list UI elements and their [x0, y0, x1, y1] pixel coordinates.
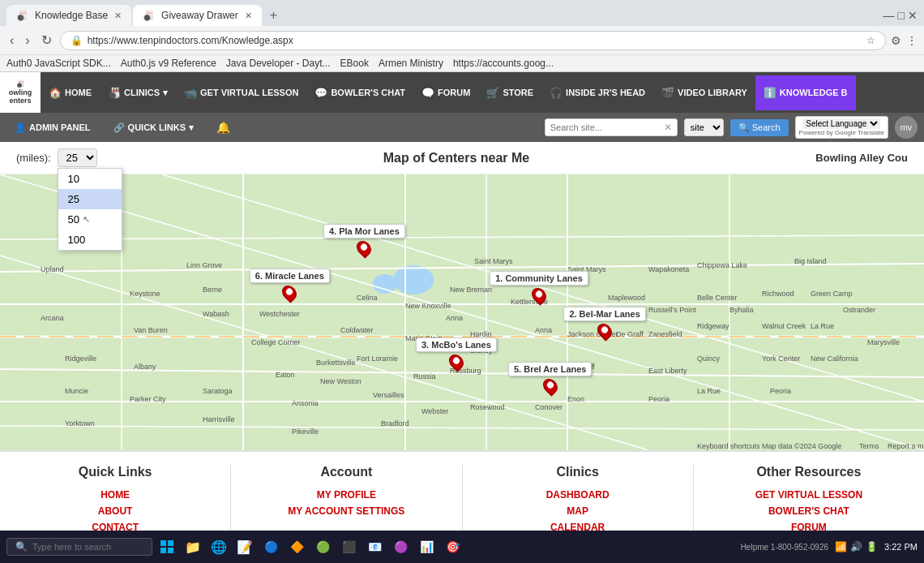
taskbar-app8-icon[interactable]: 🎯 [441, 535, 464, 558]
close-button[interactable]: ✕ [908, 9, 918, 22]
taskbar-app2-icon[interactable]: 🔶 [285, 535, 308, 558]
search-box[interactable]: ✕ [545, 118, 678, 136]
tab-close-kb[interactable]: ✕ [114, 11, 122, 21]
map-pin-6[interactable]: 6. Miracle Lanes [250, 269, 330, 301]
tab-close-ga[interactable]: ✕ [245, 11, 252, 21]
user-avatar[interactable]: mv [895, 116, 918, 139]
svg-text:Peoria: Peoria [648, 395, 669, 403]
star-icon[interactable]: ☆ [866, 35, 875, 46]
map-container[interactable]: Arcana Upland Ridgeville Muncie Yorktown… [0, 174, 924, 450]
tab-knowledge-base[interactable]: 🎳 Knowledge Base ✕ [6, 5, 131, 26]
nav-clinics[interactable]: 🎳 CLINICS ▾ [100, 75, 176, 110]
footer-bc-link[interactable]: BOWLER'S CHAT [710, 505, 908, 517]
svg-text:Ansonia: Ansonia [292, 399, 319, 407]
taskbar-search-icon: 🔍 [15, 541, 28, 552]
back-button[interactable]: ‹ [6, 30, 17, 51]
svg-text:Keystone: Keystone [130, 290, 160, 298]
taskbar-app6-icon[interactable]: 🟣 [389, 535, 412, 558]
reload-button[interactable]: ↻ [38, 29, 55, 51]
taskbar-app5-icon[interactable]: 📧 [363, 535, 386, 558]
taskbar-search[interactable]: 🔍 [6, 538, 152, 556]
miles-select[interactable]: 25 [58, 148, 97, 167]
nav-bowlers-chat[interactable]: 💬 BOWLER'S CHAT [306, 75, 413, 110]
footer-settings-link[interactable]: MY ACCOUNT SETTINGS [247, 505, 445, 517]
sub-nav-right: ✕ site web 🔍 Search Select Language Powe… [545, 116, 918, 139]
taskbar-app7-icon[interactable]: 📊 [415, 535, 438, 558]
svg-text:Russia: Russia [413, 372, 436, 380]
bookmark-1[interactable]: Auth0.js v9 Reference [121, 58, 216, 69]
address-bar[interactable]: 🔒 https://www.tenpindoctors.com/Knowledg… [60, 31, 886, 50]
bookmark-5[interactable]: https://accounts.goog... [453, 58, 554, 69]
bookmark-0[interactable]: Auth0 JavaScript SDK... [6, 58, 111, 69]
tab-label: Knowledge Base [35, 10, 108, 21]
nav-jr-head[interactable]: 🎧 INSIDE JR'S HEAD [541, 75, 653, 110]
admin-panel-link[interactable]: 👤 ADMIN PANEL [6, 118, 99, 138]
site-select[interactable]: site web [684, 118, 724, 136]
nav-store[interactable]: 🛒 STORE [478, 75, 541, 110]
map-pin-1[interactable]: 1. Community Lanes [490, 271, 588, 303]
pin-3-marker [446, 351, 466, 372]
footer-dashboard-link[interactable]: DASHBOARD [479, 489, 677, 501]
footer-profile-link[interactable]: MY PROFILE [247, 489, 445, 501]
footer-about-link[interactable]: ABOUT [16, 505, 214, 517]
footer-account-title: Account [247, 465, 445, 479]
svg-text:Van Buren: Van Buren [134, 326, 168, 334]
svg-text:Bradford: Bradford [381, 419, 409, 428]
bookmark-3[interactable]: EBook [340, 58, 369, 69]
quick-links-link[interactable]: 🔗 QUICK LINKS ▾ [105, 118, 203, 138]
minimize-button[interactable]: — [883, 9, 895, 22]
sub-nav: 👤 ADMIN PANEL 🔗 QUICK LINKS ▾ 🔔 ✕ site w… [0, 113, 924, 142]
battery-icon[interactable]: 🔋 [866, 541, 878, 552]
tab-giveaway[interactable]: 🎳 Giveaway Drawer ✕ [133, 5, 262, 26]
forward-button[interactable]: › [22, 30, 32, 51]
nav-virtual-lesson[interactable]: 📹 GET VIRTUAL LESSON [176, 75, 306, 110]
footer-map-link[interactable]: MAP [479, 505, 677, 517]
miles-option-50[interactable]: 50 ↖ [58, 209, 122, 230]
map-pin-5[interactable]: 5. Brel Are Lanes [508, 362, 592, 394]
footer-vl-link[interactable]: GET VIRTUAL LESSON [710, 489, 908, 501]
map-pin-4[interactable]: 4. Pla Mor Lanes [323, 224, 405, 256]
notification-bell-btn[interactable]: 🔔 [208, 116, 238, 139]
taskbar-app4-icon[interactable]: ⬛ [337, 535, 360, 558]
nav-knowledge[interactable]: ℹ️ KNOWLEDGE B [755, 75, 856, 110]
search-clear-icon[interactable]: ✕ [664, 122, 672, 133]
bookmark-4[interactable]: Armen Ministry [379, 58, 443, 69]
taskbar-search-input[interactable] [32, 542, 144, 552]
taskbar-windows-icon[interactable] [156, 535, 178, 558]
translate-box[interactable]: Select Language Powered by Google Transl… [795, 116, 888, 139]
network-icon[interactable]: 📶 [835, 541, 847, 552]
taskbar-browser-icon[interactable]: 🌐 [207, 535, 230, 558]
nav-home[interactable]: 🏠 HOME [41, 75, 100, 110]
miles-option-25[interactable]: 25 [58, 189, 122, 209]
map-pin-3[interactable]: 3. McBo's Lanes [416, 337, 497, 370]
svg-text:Keyboard shortcuts: Keyboard shortcuts [697, 442, 760, 450]
bookmark-2[interactable]: Java Developer - Dayt... [226, 58, 331, 69]
svg-text:Map data ©2024 Google: Map data ©2024 Google [762, 442, 841, 450]
translate-select[interactable]: Select Language [802, 118, 880, 129]
taskbar-file-icon[interactable]: 📁 [182, 535, 204, 558]
maximize-button[interactable]: □ [898, 9, 905, 22]
search-input[interactable] [550, 122, 664, 132]
store-icon: 🛒 [486, 87, 499, 99]
knowledge-icon: ℹ️ [764, 87, 776, 99]
search-btn-label: Search [752, 122, 781, 132]
volume-icon[interactable]: 🔊 [850, 541, 862, 552]
taskbar-word-icon[interactable]: 📝 [233, 535, 256, 558]
taskbar-app3-icon[interactable]: 🟢 [311, 535, 334, 558]
search-button[interactable]: 🔍 Search [730, 119, 789, 136]
address-bar-row: ‹ › ↻ 🔒 https://www.tenpindoctors.com/Kn… [0, 26, 924, 54]
nav-forum[interactable]: 🗨️ FORUM [413, 75, 478, 110]
menu-button[interactable]: ⋮ [906, 34, 918, 47]
miles-option-10[interactable]: 10 [58, 169, 122, 189]
jr-head-icon: 🎧 [550, 87, 563, 99]
svg-text:Parker City: Parker City [130, 395, 166, 403]
miles-option-100[interactable]: 100 [58, 230, 122, 250]
new-tab-button[interactable]: + [263, 5, 284, 26]
nav-video-library[interactable]: 🎬 VIDEO LIBRARY [653, 75, 755, 110]
svg-text:Fort Loramie: Fort Loramie [357, 355, 398, 363]
taskbar-app1-icon[interactable]: 🔵 [259, 535, 282, 558]
footer-home-link[interactable]: HOME [16, 489, 214, 501]
extensions-button[interactable]: ⚙ [891, 34, 901, 47]
svg-text:Green Camp: Green Camp [811, 290, 853, 298]
map-pin-2[interactable]: 2. Bel-Mar Lanes [563, 307, 645, 339]
